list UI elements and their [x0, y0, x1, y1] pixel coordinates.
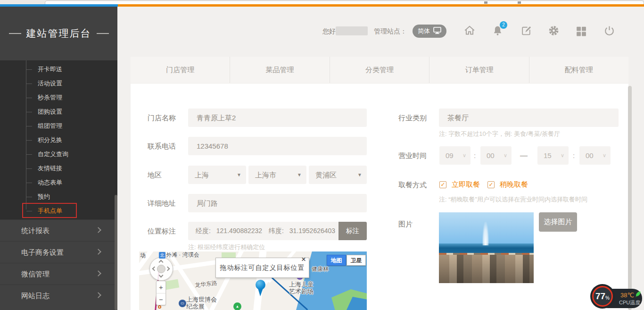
choose-image-button[interactable]: 选择图片: [539, 212, 577, 232]
industry-input[interactable]: [439, 109, 619, 127]
map-pin[interactable]: [256, 280, 265, 290]
sidebar-section-wechat[interactable]: 微信管理: [0, 263, 117, 285]
mark-location-button[interactable]: 标注: [339, 222, 367, 240]
tab-category-mgmt[interactable]: 分类管理: [330, 57, 429, 83]
pan-knob[interactable]: [157, 265, 165, 273]
tab-dish-mgmt[interactable]: 菜品管理: [230, 57, 329, 83]
map-road: [139, 251, 154, 310]
location-note: 注: 根据经纬度进行精确定位: [188, 243, 265, 251]
sidebar-item-groupmgmt[interactable]: 组团管理: [0, 119, 117, 133]
pan-down-icon[interactable]: [159, 273, 164, 278]
leaf-icon: [636, 291, 641, 299]
park-poi-icon: ▲: [233, 302, 241, 310]
lat-label: 纬度:: [269, 227, 284, 235]
sidebar-item-dynamicform[interactable]: 动态表单: [0, 176, 117, 190]
sidebar-section-sitelog[interactable]: 网站日志: [0, 285, 117, 306]
store-name-label: 门店名称: [148, 109, 176, 127]
pickup-later-label[interactable]: 稍晚取餐: [500, 180, 528, 189]
edit-icon[interactable]: [520, 25, 533, 38]
home-icon[interactable]: [463, 25, 476, 38]
map-label-expo: 上海世博会纪念展: [186, 296, 217, 310]
monitor-icon: [433, 27, 441, 35]
app-title-text: 建站管理后台: [26, 27, 91, 40]
sidebar-item-customquery[interactable]: 自定义查询: [0, 147, 117, 161]
browser-address-bar-sliver: [45, 0, 644, 4]
lng-value: 121.490882232: [216, 227, 262, 235]
phone-label: 联系电话: [148, 137, 176, 155]
end-hour-select[interactable]: 15 ∨: [537, 146, 569, 165]
power-icon[interactable]: [603, 25, 616, 38]
sidebar-item-activity[interactable]: 活动设置: [0, 76, 117, 91]
phone-input[interactable]: [188, 137, 367, 155]
sidebar-item-booking[interactable]: 预约: [0, 190, 117, 204]
museum-poi-icon: ▭: [179, 300, 186, 307]
start-min-value: 00: [487, 146, 495, 165]
sidebar-item-links[interactable]: 友情链接: [0, 161, 117, 176]
map-widget[interactable]: 场 外滩 · 湾璞会 龙华东路 上海世博会纪念展 上海儿童艺术剧场 健康林 ▭ …: [139, 251, 367, 310]
time-colon: :: [474, 146, 476, 165]
map-zoom-control: + −: [156, 281, 166, 305]
section-label: 微信管理: [21, 270, 50, 278]
start-hour-select[interactable]: 09 ∨: [439, 146, 471, 165]
chevron-down-icon: ∨: [561, 146, 564, 165]
username-redacted: [336, 26, 368, 35]
north-indicator: 北: [159, 252, 165, 259]
map-label-bund: 外滩 · 湾璞会: [166, 251, 199, 259]
district-select[interactable]: 黄浦区 ▼: [309, 166, 367, 184]
greeting-text: 您好: [322, 27, 336, 36]
pan-right-icon[interactable]: [165, 267, 170, 271]
pickup-now-checkbox[interactable]: ✓: [439, 181, 446, 188]
sidebar-section-ecommerce[interactable]: 电子商务设置: [0, 241, 117, 263]
gear-icon[interactable]: [548, 25, 560, 38]
sidebar-section-reports[interactable]: 统计报表: [0, 219, 117, 241]
section-label: 统计报表: [21, 226, 50, 235]
chevron-right-icon: [95, 292, 101, 298]
pan-left-icon[interactable]: [152, 267, 157, 271]
content-scrollbar[interactable]: [628, 86, 632, 310]
sidebar-scrollbar[interactable]: [115, 195, 117, 310]
end-min-value: 00: [586, 146, 594, 165]
tab-order-mgmt[interactable]: 订单管理: [429, 57, 528, 83]
cpu-temp-value: 38℃: [620, 292, 634, 299]
map-type-map-button[interactable]: 地图: [327, 255, 346, 266]
start-min-select[interactable]: 00 ∨: [480, 146, 512, 165]
app-title: 建站管理后台: [0, 7, 117, 60]
sidebar-item-mobile-order[interactable]: 手机点单: [0, 204, 117, 218]
tab-store-mgmt[interactable]: 门店管理: [131, 57, 230, 83]
cpu-percent-gauge[interactable]: 77 %: [592, 286, 613, 307]
pickup-later-checkbox[interactable]: ✓: [487, 181, 495, 188]
tab-ingredient-mgmt[interactable]: 配料管理: [529, 57, 628, 83]
sidebar-item-points[interactable]: 积分兑换: [0, 133, 117, 147]
bell-icon[interactable]: 2: [492, 25, 504, 38]
address-input[interactable]: [188, 194, 367, 212]
store-name-input[interactable]: [188, 109, 367, 127]
end-min-select[interactable]: 00 ∨: [579, 146, 611, 165]
cpu-percent-unit: %: [605, 295, 610, 301]
zoom-in-button[interactable]: +: [157, 281, 165, 293]
sidebar-item-card-gift[interactable]: 开卡即送: [0, 62, 117, 76]
city-select[interactable]: 上海市 ▼: [248, 166, 306, 184]
chevron-down-icon: ∨: [504, 146, 507, 165]
hours-label: 营业时间: [398, 146, 427, 165]
sidebar-item-flashsale[interactable]: 秒杀管理: [0, 91, 117, 105]
map-type-satellite-button[interactable]: 卫星: [347, 255, 366, 266]
section-label: 电子商务设置: [21, 248, 64, 256]
cpu-temperature: 38℃: [620, 291, 641, 299]
end-hour-value: 15: [544, 146, 552, 165]
map-pan-control[interactable]: [149, 257, 173, 281]
pickup-now-label[interactable]: 立即取餐: [452, 180, 480, 189]
zoom-out-button[interactable]: −: [157, 293, 165, 305]
close-icon[interactable]: ×: [301, 252, 306, 267]
map-label-forest: 健康林: [312, 266, 329, 273]
province-select[interactable]: 上海 ▼: [188, 166, 246, 184]
tooltip-text: 拖动标注可自定义目标位置: [220, 264, 305, 271]
site-label: 管理站点：: [374, 27, 407, 36]
sidebar-item-groupbuy[interactable]: 团购设置: [0, 105, 117, 119]
chevron-down-icon: ∨: [603, 146, 606, 165]
language-site-button[interactable]: 简体: [413, 25, 446, 38]
map-tooltip: 拖动标注可自定义目标位置 ×: [215, 258, 309, 278]
pan-up-icon[interactable]: [159, 260, 164, 265]
grid-apps-icon[interactable]: [575, 25, 587, 38]
industry-label: 行业类别: [398, 109, 427, 127]
location-input[interactable]: 经度: 121.490882232 纬度: 31.1952626403: [188, 222, 339, 240]
